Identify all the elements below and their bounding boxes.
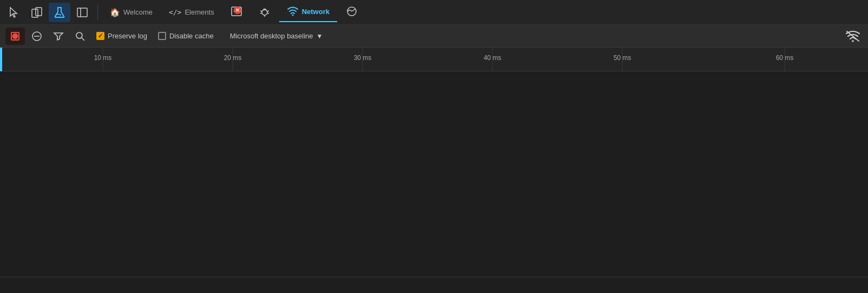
performance-icon <box>346 5 358 19</box>
svg-point-8 <box>262 10 267 15</box>
elements-icon: </> <box>169 8 181 16</box>
timeline-tick: 20 ms <box>233 48 233 71</box>
tab-console[interactable]: ✕ <box>223 3 250 22</box>
throttle-dropdown[interactable]: Microsoft desktop baseline ▼ <box>225 28 328 45</box>
tick-line <box>785 48 785 71</box>
tab-elements-label: Elements <box>185 8 214 16</box>
console-icon: ✕ <box>231 5 242 19</box>
svg-point-19 <box>12 34 18 39</box>
preserve-log-label[interactable]: Preserve log <box>92 28 152 45</box>
svg-line-23 <box>82 38 84 41</box>
timeline-tick: 30 ms <box>363 48 363 71</box>
svg-point-15 <box>292 15 293 16</box>
tab-elements[interactable]: </> Elements <box>161 3 222 22</box>
preserve-log-text: Preserve log <box>108 32 147 40</box>
device-tool-btn[interactable] <box>26 3 48 22</box>
disable-cache-checkbox[interactable] <box>158 32 166 40</box>
tick-label: 10 ms <box>94 54 112 62</box>
cursor-tool-btn[interactable] <box>3 3 25 22</box>
tab-debugger[interactable] <box>251 3 278 22</box>
svg-line-12 <box>260 13 262 14</box>
toolbar-divider-1 <box>97 5 98 20</box>
top-toolbar: 🏠 Welcome </> Elements ✕ <box>0 0 868 25</box>
tick-label: 20 ms <box>224 54 242 62</box>
clear-button[interactable] <box>27 28 47 45</box>
bug-icon <box>259 5 271 19</box>
svg-point-22 <box>76 32 82 38</box>
tab-welcome[interactable]: 🏠 Welcome <box>102 3 160 22</box>
console-error-badge: ✕ <box>234 6 241 14</box>
svg-line-13 <box>267 13 269 14</box>
tick-label: 50 ms <box>614 54 632 62</box>
svg-line-11 <box>267 11 269 11</box>
sidebar-tool-btn[interactable] <box>71 3 93 22</box>
throttle-label: Microsoft desktop baseline <box>230 32 313 40</box>
filter-button[interactable] <box>49 28 68 45</box>
second-toolbar: Preserve log Disable cache Microsoft des… <box>0 25 868 48</box>
throttle-chevron-icon: ▼ <box>317 32 323 40</box>
tab-performance[interactable] <box>338 3 365 22</box>
timeline-body <box>0 71 868 271</box>
timeline-tick: 40 ms <box>492 48 493 71</box>
record-button[interactable] <box>5 28 25 45</box>
svg-rect-3 <box>77 8 87 17</box>
svg-line-17 <box>352 9 355 11</box>
no-throttle-wifi-btn[interactable] <box>843 28 863 45</box>
svg-line-10 <box>260 11 262 11</box>
tab-network[interactable]: Network <box>279 3 337 22</box>
tab-welcome-label: Welcome <box>123 8 153 16</box>
preserve-log-checkbox[interactable] <box>96 32 104 40</box>
status-bar <box>0 277 868 293</box>
home-icon: 🏠 <box>110 8 120 17</box>
experiment-tool-btn[interactable] <box>49 3 70 22</box>
disable-cache-text: Disable cache <box>169 32 214 40</box>
timeline-tick: 50 ms <box>622 48 623 71</box>
tick-line <box>492 48 493 71</box>
tick-line <box>233 48 233 71</box>
timeline-left-marker <box>0 48 2 71</box>
timeline-tick: 60 ms <box>785 48 785 71</box>
tick-label: 40 ms <box>484 54 502 62</box>
svg-point-24 <box>852 40 854 42</box>
timeline-tick: 10 ms <box>103 48 103 71</box>
timeline-ruler: 10 ms20 ms30 ms40 ms50 ms60 ms <box>0 48 868 71</box>
tab-network-label: Network <box>302 8 330 16</box>
tick-line <box>622 48 623 71</box>
timeline-section: 10 ms20 ms30 ms40 ms50 ms60 ms <box>0 48 868 271</box>
search-button[interactable] <box>70 28 90 45</box>
disable-cache-label[interactable]: Disable cache <box>154 28 218 45</box>
tick-label: 60 ms <box>776 54 794 62</box>
tick-line <box>103 48 103 71</box>
tick-label: 30 ms <box>354 54 372 62</box>
tick-line <box>363 48 363 71</box>
wifi-icon <box>287 5 299 18</box>
